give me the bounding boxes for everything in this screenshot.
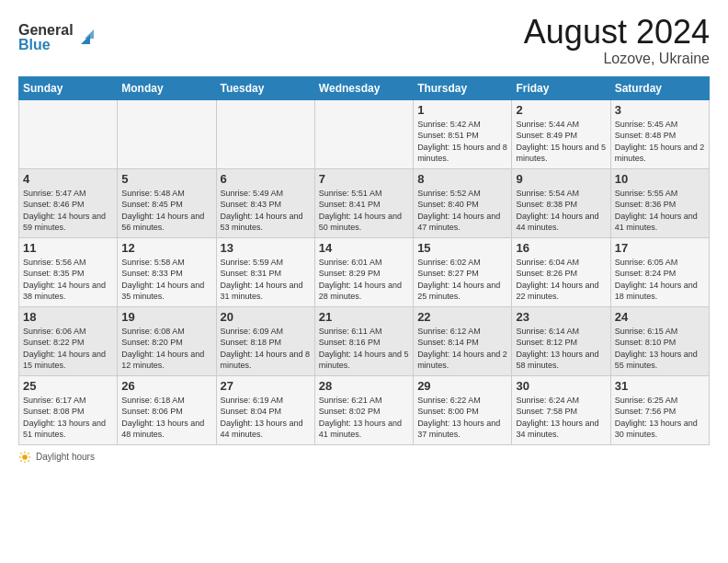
day-cell: 20Sunrise: 6:09 AMSunset: 8:18 PMDayligh… [216, 306, 314, 375]
logo-text: General Blue [18, 18, 101, 59]
day-info: Sunrise: 6:25 AMSunset: 7:56 PMDaylight:… [615, 395, 705, 441]
day-info: Sunrise: 6:14 AMSunset: 8:12 PMDaylight:… [516, 326, 606, 372]
day-info: Sunrise: 5:45 AMSunset: 8:48 PMDaylight:… [615, 119, 705, 165]
day-cell: 26Sunrise: 6:18 AMSunset: 8:06 PMDayligh… [118, 375, 216, 444]
day-info: Sunrise: 5:59 AMSunset: 8:31 PMDaylight:… [221, 257, 311, 303]
footer: Daylight hours [18, 451, 710, 464]
day-info: Sunrise: 5:54 AMSunset: 8:38 PMDaylight:… [516, 188, 606, 234]
day-cell: 13Sunrise: 5:59 AMSunset: 8:31 PMDayligh… [216, 237, 314, 306]
day-number: 25 [23, 379, 113, 393]
svg-text:Blue: Blue [18, 37, 51, 52]
day-cell: 2Sunrise: 5:44 AMSunset: 8:49 PMDaylight… [512, 99, 610, 168]
day-info: Sunrise: 5:52 AMSunset: 8:40 PMDaylight:… [417, 188, 507, 234]
week-row-4: 18Sunrise: 6:06 AMSunset: 8:22 PMDayligh… [19, 306, 710, 375]
day-cell: 5Sunrise: 5:48 AMSunset: 8:45 PMDaylight… [118, 168, 216, 237]
day-info: Sunrise: 6:24 AMSunset: 7:58 PMDaylight:… [516, 395, 606, 441]
day-info: Sunrise: 6:02 AMSunset: 8:27 PMDaylight:… [417, 257, 507, 303]
day-cell: 15Sunrise: 6:02 AMSunset: 8:27 PMDayligh… [414, 237, 512, 306]
day-cell: 4Sunrise: 5:47 AMSunset: 8:46 PMDaylight… [19, 168, 118, 237]
day-number: 13 [221, 241, 311, 255]
day-info: Sunrise: 6:22 AMSunset: 8:00 PMDaylight:… [417, 395, 507, 441]
day-info: Sunrise: 5:51 AMSunset: 8:41 PMDaylight:… [319, 188, 409, 234]
logo: General Blue [18, 18, 101, 59]
day-info: Sunrise: 5:44 AMSunset: 8:49 PMDaylight:… [516, 119, 606, 165]
day-number: 7 [319, 172, 409, 186]
title-block: August 2024 Lozove, Ukraine [524, 14, 710, 67]
day-info: Sunrise: 6:17 AMSunset: 8:08 PMDaylight:… [23, 395, 113, 441]
svg-line-10 [28, 460, 28, 461]
day-number: 27 [221, 379, 311, 393]
day-number: 20 [221, 310, 311, 324]
day-number: 23 [516, 310, 606, 324]
day-cell: 3Sunrise: 5:45 AMSunset: 8:48 PMDaylight… [610, 99, 709, 168]
day-number: 22 [417, 310, 507, 324]
location: Lozove, Ukraine [524, 51, 710, 67]
week-row-1: 1Sunrise: 5:42 AMSunset: 8:51 PMDaylight… [19, 99, 710, 168]
calendar-table: SundayMondayTuesdayWednesdayThursdayFrid… [18, 76, 710, 445]
day-cell: 16Sunrise: 6:04 AMSunset: 8:26 PMDayligh… [512, 237, 610, 306]
day-info: Sunrise: 5:55 AMSunset: 8:36 PMDaylight:… [615, 188, 705, 234]
day-info: Sunrise: 6:04 AMSunset: 8:26 PMDaylight:… [516, 257, 606, 303]
day-cell: 9Sunrise: 5:54 AMSunset: 8:38 PMDaylight… [512, 168, 610, 237]
svg-line-9 [20, 453, 21, 454]
day-number: 31 [615, 379, 705, 393]
day-cell [118, 99, 216, 168]
day-header-thursday: Thursday [414, 76, 512, 99]
day-info: Sunrise: 6:21 AMSunset: 8:02 PMDaylight:… [319, 395, 409, 441]
day-cell: 12Sunrise: 5:58 AMSunset: 8:33 PMDayligh… [118, 237, 216, 306]
day-info: Sunrise: 6:08 AMSunset: 8:20 PMDaylight:… [121, 326, 211, 372]
day-header-monday: Monday [118, 76, 216, 99]
day-number: 1 [417, 103, 507, 117]
day-info: Sunrise: 5:58 AMSunset: 8:33 PMDaylight:… [121, 257, 211, 303]
week-row-3: 11Sunrise: 5:56 AMSunset: 8:35 PMDayligh… [19, 237, 710, 306]
day-info: Sunrise: 5:47 AMSunset: 8:46 PMDaylight:… [23, 188, 113, 234]
day-number: 14 [319, 241, 409, 255]
day-number: 30 [516, 379, 606, 393]
header: General Blue August 2024 Lozove, Ukraine [18, 14, 710, 67]
day-number: 16 [516, 241, 606, 255]
svg-line-12 [20, 460, 21, 461]
day-number: 24 [615, 310, 705, 324]
day-info: Sunrise: 6:12 AMSunset: 8:14 PMDaylight:… [417, 326, 507, 372]
week-row-5: 25Sunrise: 6:17 AMSunset: 8:08 PMDayligh… [19, 375, 710, 444]
day-cell: 25Sunrise: 6:17 AMSunset: 8:08 PMDayligh… [19, 375, 118, 444]
day-cell: 27Sunrise: 6:19 AMSunset: 8:04 PMDayligh… [216, 375, 314, 444]
day-number: 19 [121, 310, 211, 324]
day-info: Sunrise: 5:42 AMSunset: 8:51 PMDaylight:… [417, 119, 507, 165]
day-header-saturday: Saturday [610, 76, 709, 99]
day-cell: 21Sunrise: 6:11 AMSunset: 8:16 PMDayligh… [314, 306, 413, 375]
day-cell: 6Sunrise: 5:49 AMSunset: 8:43 PMDaylight… [216, 168, 314, 237]
day-cell: 14Sunrise: 6:01 AMSunset: 8:29 PMDayligh… [314, 237, 413, 306]
calendar-body: 1Sunrise: 5:42 AMSunset: 8:51 PMDaylight… [19, 99, 710, 444]
day-cell [19, 99, 118, 168]
day-number: 10 [615, 172, 705, 186]
svg-point-4 [22, 454, 28, 460]
day-number: 3 [615, 103, 705, 117]
day-number: 21 [319, 310, 409, 324]
week-row-2: 4Sunrise: 5:47 AMSunset: 8:46 PMDaylight… [19, 168, 710, 237]
day-number: 26 [121, 379, 211, 393]
day-cell: 17Sunrise: 6:05 AMSunset: 8:24 PMDayligh… [610, 237, 709, 306]
day-number: 5 [121, 172, 211, 186]
day-cell: 31Sunrise: 6:25 AMSunset: 7:56 PMDayligh… [610, 375, 709, 444]
day-cell: 22Sunrise: 6:12 AMSunset: 8:14 PMDayligh… [414, 306, 512, 375]
day-cell: 8Sunrise: 5:52 AMSunset: 8:40 PMDaylight… [414, 168, 512, 237]
svg-line-11 [28, 453, 28, 454]
day-number: 17 [615, 241, 705, 255]
day-cell: 1Sunrise: 5:42 AMSunset: 8:51 PMDaylight… [414, 99, 512, 168]
day-info: Sunrise: 6:19 AMSunset: 8:04 PMDaylight:… [221, 395, 311, 441]
day-info: Sunrise: 6:15 AMSunset: 8:10 PMDaylight:… [615, 326, 705, 372]
day-cell: 24Sunrise: 6:15 AMSunset: 8:10 PMDayligh… [610, 306, 709, 375]
day-info: Sunrise: 6:01 AMSunset: 8:29 PMDaylight:… [319, 257, 409, 303]
day-cell: 11Sunrise: 5:56 AMSunset: 8:35 PMDayligh… [19, 237, 118, 306]
day-number: 18 [23, 310, 113, 324]
day-info: Sunrise: 5:48 AMSunset: 8:45 PMDaylight:… [121, 188, 211, 234]
sun-icon [18, 451, 31, 464]
day-header-wednesday: Wednesday [314, 76, 413, 99]
day-number: 28 [319, 379, 409, 393]
day-number: 11 [23, 241, 113, 255]
day-number: 29 [417, 379, 507, 393]
calendar-header: SundayMondayTuesdayWednesdayThursdayFrid… [19, 76, 710, 99]
month-year: August 2024 [524, 14, 710, 51]
day-cell: 10Sunrise: 5:55 AMSunset: 8:36 PMDayligh… [610, 168, 709, 237]
